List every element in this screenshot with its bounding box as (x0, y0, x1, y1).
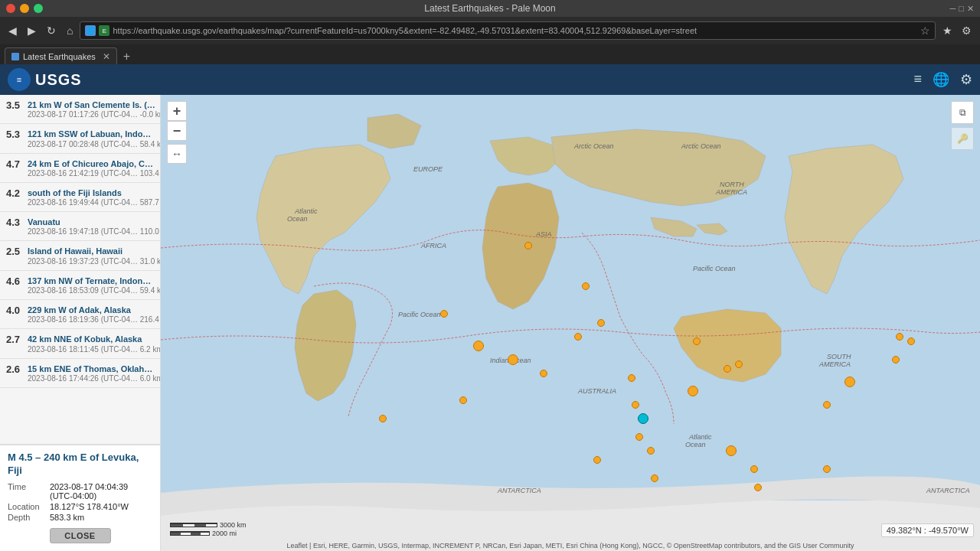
earthquake-marker[interactable] (823, 465, 831, 473)
usgs-favicon-text: E (103, 28, 106, 34)
earthquake-details: Island of Hawaii, Hawaii 2023-08-16 19:3… (28, 246, 161, 265)
attribution-text: Leaflet | Esri, HERE, Garmin, USGS, Inte… (287, 542, 854, 549)
earthquake-marker[interactable] (635, 433, 643, 441)
info-panel: M 4.5 – 240 km E of Levuka, Fiji Time 20… (0, 444, 160, 551)
earthquake-list-item[interactable]: 3.5 21 km W of San Clemente Is. (… 2023-… (0, 95, 160, 124)
earthquake-list-item[interactable]: 4.6 137 km NW of Ternate, Indon… 2023-08… (0, 271, 160, 300)
earthquake-marker[interactable] (892, 356, 900, 364)
earthquake-marker[interactable] (508, 354, 518, 365)
earthquake-name: 42 km NNE of Kobuk, Alaska (28, 334, 161, 344)
svg-text:Ocean: Ocean (287, 215, 308, 223)
site-favicon: E (99, 25, 109, 36)
favicon-text: 🌐 (87, 27, 95, 34)
earthquake-list-item[interactable]: 4.2 south of the Fiji Islands 2023-08-16… (0, 183, 160, 212)
layers-button[interactable]: ⧉ (951, 101, 974, 124)
earthquake-meta: 2023-08-16 19:37:23 (UTC-04… 31.0 km (28, 257, 161, 266)
scale-bar: 3000 km 2000 mi (170, 521, 247, 537)
earthquake-list-item[interactable]: 2.6 15 km ENE of Thomas, Oklah… 2023-08-… (0, 359, 160, 388)
earthquake-marker[interactable] (638, 413, 648, 424)
earthquake-marker[interactable] (724, 365, 731, 373)
earthquake-magnitude: 2.5 (6, 246, 28, 257)
earthquake-marker[interactable] (473, 341, 484, 351)
reload-button[interactable]: ↻ (43, 23, 60, 38)
info-location-row: Location 18.127°S 178.410°W (8, 502, 152, 511)
usgs-logo[interactable]: ≡ USGS (8, 68, 82, 91)
svg-text:AMERICA: AMERICA (818, 360, 851, 368)
map-controls-left: + − ↔ (167, 101, 187, 164)
earthquake-marker[interactable] (693, 337, 701, 345)
earthquake-marker[interactable] (844, 377, 855, 387)
zoom-in-button[interactable]: + (167, 101, 187, 121)
bookmarks-icon[interactable]: ★ (939, 23, 956, 38)
earthquake-marker[interactable] (750, 465, 758, 473)
earthquake-details: 21 km W of San Clemente Is. (… 2023-08-1… (28, 99, 161, 119)
earthquake-details: 229 km W of Adak, Alaska 2023-08-16 18:1… (28, 305, 161, 324)
url-star-icon[interactable]: ☆ (920, 24, 930, 37)
earthquake-marker[interactable] (593, 456, 601, 464)
earthquake-name: Island of Hawaii, Hawaii (28, 246, 161, 256)
globe-view-button[interactable]: ↔ (167, 144, 187, 164)
earthquake-list-item[interactable]: 4.7 24 km E of Chicureo Abajo, C… 2023-0… (0, 154, 160, 183)
earthquake-marker[interactable] (896, 333, 903, 341)
title-bar-right-buttons: ─□✕ (950, 4, 974, 14)
window-controls[interactable] (6, 4, 43, 13)
main-content: 3.5 21 km W of San Clemente Is. (… 2023-… (0, 95, 980, 551)
zoom-out-button[interactable]: − (167, 121, 187, 141)
earthquake-marker[interactable] (459, 396, 467, 404)
svg-text:Arctic Ocean: Arctic Ocean (573, 142, 614, 150)
earthquake-marker[interactable] (582, 282, 590, 290)
usgs-logo-icon: ≡ (8, 68, 31, 91)
info-depth-label: Depth (8, 513, 50, 522)
tab-latest-earthquakes[interactable]: Latest Earthquakes ✕ (5, 47, 117, 64)
earthquake-marker[interactable] (524, 242, 532, 249)
earthquake-marker[interactable] (735, 360, 743, 368)
usgs-globe-icon[interactable]: 🌐 (933, 71, 949, 88)
back-button[interactable]: ◀ (5, 23, 21, 38)
usgs-menu-icon[interactable]: ≡ (913, 71, 922, 88)
settings-icon[interactable]: ⚙ (958, 23, 975, 38)
usgs-settings-icon[interactable]: ⚙ (960, 71, 972, 88)
earthquake-name: 229 km W of Adak, Alaska (28, 305, 161, 315)
earthquake-details: 15 km ENE of Thomas, Oklah… 2023-08-16 1… (28, 364, 161, 383)
earthquake-name: 24 km E of Chicureo Abajo, C… (28, 158, 161, 169)
earthquake-marker[interactable] (651, 474, 658, 482)
earthquake-marker[interactable] (907, 337, 915, 345)
window-max-button[interactable] (34, 4, 43, 13)
earthquake-marker[interactable] (688, 386, 698, 396)
home-button[interactable]: ⌂ (63, 23, 77, 38)
map-container[interactable]: Atlantic Ocean ASIA AFRICA EUROPE NORTH … (161, 95, 980, 551)
earthquake-list-item[interactable]: 2.7 42 km NNE of Kobuk, Alaska 2023-08-1… (0, 329, 160, 358)
earthquake-magnitude: 3.5 (6, 99, 28, 111)
forward-button[interactable]: ▶ (24, 23, 40, 38)
earthquake-marker[interactable] (726, 445, 737, 456)
navigation-bar: ◀ ▶ ↻ ⌂ 🌐 E https://earthquake.usgs.gov/… (0, 17, 980, 44)
earthquake-marker[interactable] (540, 370, 547, 377)
earthquake-marker[interactable] (597, 319, 605, 327)
earthquake-list-item[interactable]: 2.5 Island of Hawaii, Hawaii 2023-08-16 … (0, 241, 160, 270)
earthquake-marker[interactable] (440, 310, 448, 318)
svg-text:Atlantic: Atlantic (294, 207, 318, 215)
earthquake-marker[interactable] (754, 484, 762, 491)
earthquake-list-item[interactable]: 4.3 Vanuatu 2023-08-16 19:47:18 (UTC-04…… (0, 212, 160, 241)
legend-button[interactable]: 🔑 (951, 127, 974, 150)
earthquake-marker[interactable] (574, 333, 582, 341)
earthquake-marker[interactable] (632, 401, 639, 409)
earthquake-marker[interactable] (823, 401, 831, 409)
svg-text:AFRICA: AFRICA (420, 242, 446, 249)
title-bar: Latest Earthquakes - Pale Moon ─□✕ (0, 0, 980, 17)
info-close-button[interactable]: CLOSE (50, 528, 111, 543)
window-min-button[interactable] (20, 4, 29, 13)
url-bar[interactable]: 🌐 E https://earthquake.usgs.gov/earthqua… (80, 21, 936, 40)
earthquake-marker[interactable] (379, 415, 387, 422)
earthquake-marker[interactable] (628, 374, 635, 382)
window-close-button[interactable] (6, 4, 15, 13)
info-title[interactable]: M 4.5 – 240 km E of Levuka, Fiji (8, 452, 152, 478)
earthquake-list-item[interactable]: 5.3 121 km SSW of Labuan, Indo… 2023-08-… (0, 124, 160, 153)
new-tab-button[interactable]: + (120, 49, 133, 64)
globe-icon: ↔ (172, 148, 182, 160)
earthquake-marker[interactable] (647, 447, 655, 455)
earthquake-magnitude: 4.6 (6, 276, 28, 287)
tab-close-button[interactable]: ✕ (103, 52, 110, 61)
tab-label: Latest Earthquakes (23, 52, 96, 61)
earthquake-list-item[interactable]: 4.0 229 km W of Adak, Alaska 2023-08-16 … (0, 300, 160, 329)
